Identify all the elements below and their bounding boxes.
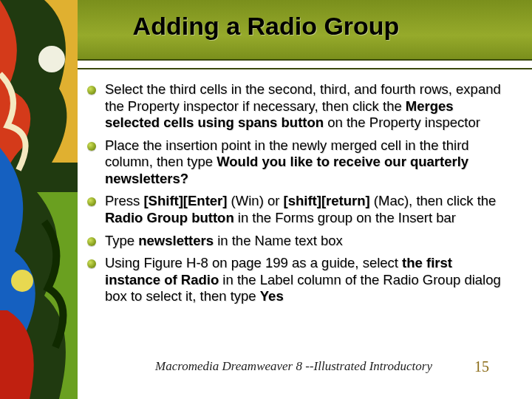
slide: Adding a Radio Group Select the third ce…: [0, 0, 532, 399]
bullet-text: Press [Shift][Enter] (Win) or [shift][re…: [105, 193, 510, 226]
bullet-text: Type newsletters in the Name text box: [105, 233, 510, 250]
bullet-item: Place the insertion point in the newly m…: [87, 137, 510, 188]
bullet-text: Place the insertion point in the newly m…: [105, 137, 510, 188]
svg-point-2: [11, 270, 33, 292]
bullet-icon: [87, 197, 96, 206]
bullet-text: Using Figure H-8 on page 199 as a guide,…: [105, 255, 510, 305]
body-bullet-list: Select the third cells in the second, th…: [87, 81, 510, 311]
bullet-icon: [87, 86, 96, 95]
footer-source-text: Macromedia Dreamweaver 8 --Illustrated I…: [78, 359, 510, 374]
title-underline: [78, 68, 532, 69]
page-number: 15: [474, 358, 489, 375]
bullet-item: Select the third cells in the second, th…: [87, 81, 510, 132]
bullet-icon: [87, 237, 96, 246]
bullet-icon: [87, 259, 96, 268]
bullet-icon: [87, 142, 96, 151]
slide-title: Adding a Radio Group: [0, 0, 532, 61]
bullet-text: Select the third cells in the second, th…: [105, 81, 510, 132]
bullet-item: Using Figure H-8 on page 199 as a guide,…: [87, 255, 510, 305]
bullet-item: Type newsletters in the Name text box: [87, 233, 510, 250]
bullet-item: Press [Shift][Enter] (Win) or [shift][re…: [87, 193, 510, 226]
